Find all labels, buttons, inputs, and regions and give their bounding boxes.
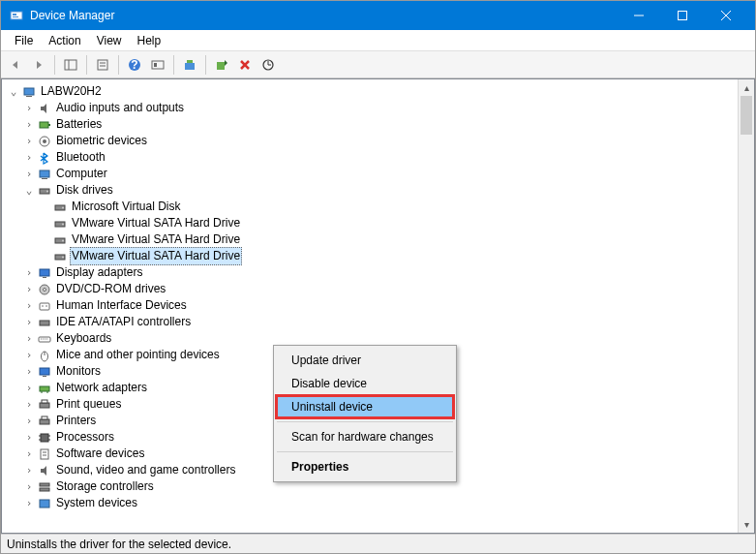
menu-file[interactable]: File	[7, 32, 41, 49]
status-bar: Uninstalls the driver for the selected d…	[1, 534, 755, 553]
svg-rect-1	[13, 14, 16, 15]
enable-device-button[interactable]	[211, 54, 232, 76]
expand-icon[interactable]: ›	[21, 297, 37, 314]
expand-icon[interactable]: ›	[21, 281, 37, 297]
action-button[interactable]	[147, 54, 168, 76]
expand-icon[interactable]: ›	[21, 363, 37, 380]
svg-rect-71	[40, 500, 49, 508]
svg-rect-47	[40, 321, 49, 325]
context-separator	[277, 421, 453, 422]
menu-action[interactable]: Action	[41, 32, 88, 49]
toolbar-separator	[173, 55, 174, 75]
tree-category[interactable]: › Audio inputs and outputs	[6, 100, 754, 116]
computer-icon	[21, 84, 37, 100]
tree-category[interactable]: › Display adapters	[6, 264, 754, 281]
context-uninstall-device[interactable]: Uninstall device	[275, 394, 455, 419]
expand-icon[interactable]: ›	[21, 446, 37, 462]
expand-icon[interactable]: ›	[21, 149, 37, 166]
svg-rect-40	[40, 269, 49, 276]
menu-view[interactable]: View	[89, 32, 130, 49]
node-label: Network adapters	[54, 380, 149, 396]
vertical-scrollbar[interactable]: ▴ ▾	[738, 79, 754, 533]
expand-icon[interactable]: ›	[21, 462, 37, 478]
toolbar-separator	[54, 55, 55, 75]
svg-point-35	[62, 223, 64, 225]
svg-point-31	[46, 190, 48, 192]
properties-button[interactable]	[92, 54, 113, 76]
update-driver-button[interactable]	[179, 54, 200, 76]
system-icon	[37, 496, 52, 511]
disk-icon	[52, 200, 68, 215]
expand-icon[interactable]: ⌄	[21, 182, 37, 199]
node-label: Storage controllers	[54, 478, 156, 495]
node-label: VMware Virtual SATA Hard Drive	[70, 247, 242, 265]
tree-device[interactable]: VMware Virtual SATA Hard Drive	[6, 231, 754, 248]
expand-icon[interactable]: ›	[21, 347, 37, 363]
tree-device[interactable]: VMware Virtual SATA Hard Drive	[6, 215, 754, 231]
back-button[interactable]	[5, 54, 26, 76]
expand-icon[interactable]: ›	[21, 478, 37, 495]
tree-category[interactable]: › Batteries	[6, 116, 754, 133]
minimize-button[interactable]	[617, 1, 660, 30]
maximize-button[interactable]	[660, 1, 704, 30]
svg-rect-25	[48, 124, 50, 126]
help-button[interactable]: ?	[124, 54, 145, 76]
svg-rect-60	[42, 416, 47, 419]
toolbar-separator	[118, 55, 119, 75]
tree-device[interactable]: Microsoft Virtual Disk	[6, 199, 754, 215]
uninstall-device-button[interactable]	[234, 54, 256, 76]
menu-bar: File Action View Help	[1, 30, 755, 51]
context-properties[interactable]: Properties	[276, 455, 454, 478]
tree-category[interactable]: › DVD/CD-ROM drives	[6, 281, 754, 297]
scan-hardware-button[interactable]	[257, 54, 279, 76]
node-label: VMware Virtual SATA Hard Drive	[70, 231, 242, 248]
monitor-icon	[37, 364, 52, 380]
node-label: Sound, video and game controllers	[54, 462, 237, 478]
expand-icon[interactable]: ›	[21, 133, 37, 149]
expand-icon[interactable]: ›	[21, 380, 37, 396]
expand-icon[interactable]: ›	[21, 166, 37, 182]
node-label: VMware Virtual SATA Hard Drive	[70, 215, 242, 231]
svg-rect-52	[40, 368, 49, 375]
tree-device-selected[interactable]: VMware Virtual SATA Hard Drive	[6, 248, 754, 264]
node-label: Display adapters	[54, 264, 144, 281]
expand-icon[interactable]: ›	[21, 314, 37, 330]
close-button[interactable]	[704, 1, 747, 30]
svg-rect-18	[217, 62, 225, 70]
tree-category[interactable]: › Computer	[6, 166, 754, 182]
context-scan-hardware[interactable]: Scan for hardware changes	[276, 425, 454, 448]
scroll-up-button[interactable]: ▴	[739, 79, 754, 96]
expand-icon[interactable]: ›	[21, 429, 37, 446]
scroll-thumb[interactable]	[741, 96, 752, 135]
title-bar: Device Manager	[1, 1, 755, 30]
svg-rect-69	[40, 483, 49, 486]
context-disable-device[interactable]: Disable device	[276, 372, 454, 395]
context-update-driver[interactable]: Update driver	[276, 349, 454, 372]
tree-category[interactable]: › Human Interface Devices	[6, 297, 754, 314]
expand-icon[interactable]: ›	[21, 330, 37, 347]
expand-icon[interactable]: ›	[21, 100, 37, 116]
expand-icon[interactable]: ›	[21, 413, 37, 429]
expand-icon[interactable]: ›	[21, 116, 37, 133]
tree-category-disk-drives[interactable]: ⌄ Disk drives	[6, 182, 754, 199]
expand-icon[interactable]: ⌄	[6, 83, 21, 100]
scroll-down-button[interactable]: ▾	[739, 516, 754, 533]
show-hide-tree-button[interactable]	[60, 54, 81, 76]
tree-category[interactable]: › System devices	[6, 495, 754, 511]
node-label: IDE ATA/ATAPI controllers	[54, 314, 193, 330]
expand-icon[interactable]: ›	[21, 396, 37, 413]
tree-category[interactable]: › Bluetooth	[6, 149, 754, 166]
node-label: Microsoft Virtual Disk	[70, 199, 182, 215]
svg-point-33	[62, 206, 64, 208]
tree-category[interactable]: › IDE ATA/ATAPI controllers	[6, 314, 754, 330]
tree-category[interactable]: › Biometric devices	[6, 133, 754, 149]
menu-help[interactable]: Help	[130, 32, 169, 49]
disk-icon	[52, 232, 68, 248]
expand-icon[interactable]: ›	[21, 264, 37, 281]
svg-rect-14	[152, 61, 164, 69]
tree-root[interactable]: ⌄ LABW20H2	[6, 83, 754, 100]
expand-icon[interactable]: ›	[21, 495, 37, 511]
forward-button[interactable]	[28, 54, 49, 76]
svg-point-37	[62, 239, 64, 241]
processor-icon	[37, 430, 52, 446]
